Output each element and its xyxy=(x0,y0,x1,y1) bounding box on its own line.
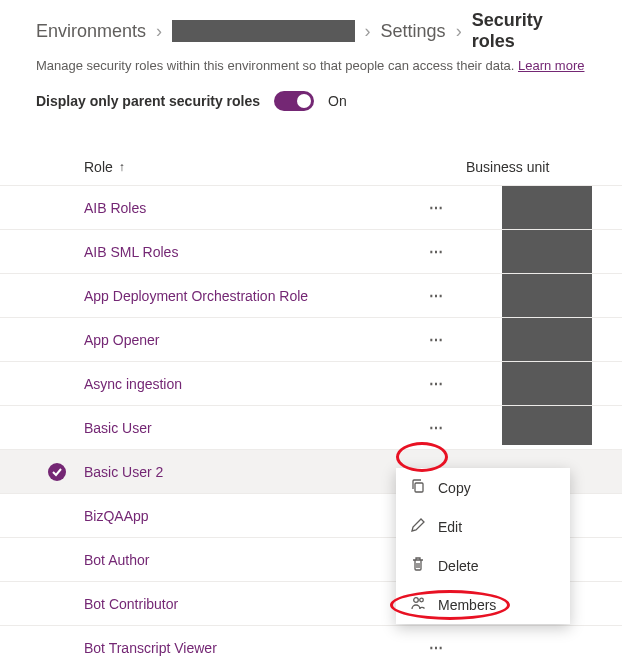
page-subhead: Manage security roles within this enviro… xyxy=(0,58,622,73)
role-name-link[interactable]: Async ingestion xyxy=(84,376,406,392)
menu-item-label: Copy xyxy=(438,480,471,496)
role-name-link[interactable]: BizQAApp xyxy=(84,508,406,524)
table-row[interactable]: Async ingestion⋯ xyxy=(0,361,622,405)
table-row[interactable]: Bot Transcript Viewer⋯ xyxy=(0,625,622,665)
svg-rect-0 xyxy=(415,483,423,492)
row-actions-button[interactable]: ⋯ xyxy=(406,244,466,260)
svg-point-1 xyxy=(414,598,419,603)
toggle-state: On xyxy=(328,93,347,109)
copy-menu-item[interactable]: Copy xyxy=(396,468,570,507)
col-header-business-unit[interactable]: Business unit xyxy=(466,159,586,175)
members-menu-item[interactable]: Members xyxy=(396,585,570,624)
table-row[interactable]: App Deployment Orchestration Role⋯ xyxy=(0,273,622,317)
role-name-link[interactable]: Basic User xyxy=(84,420,406,436)
table-body: AIB Roles⋯AIB SML Roles⋯App Deployment O… xyxy=(0,185,622,665)
delete-icon xyxy=(410,556,426,575)
row-actions-button[interactable]: ⋯ xyxy=(406,640,466,656)
parent-roles-toggle[interactable] xyxy=(274,91,314,111)
table-row[interactable]: Basic User 2⋯CopyEditDeleteMembers xyxy=(0,449,622,493)
edit-icon xyxy=(410,517,426,536)
breadcrumb-settings[interactable]: Settings xyxy=(381,21,446,42)
role-name-link[interactable]: Bot Transcript Viewer xyxy=(84,640,406,656)
svg-point-2 xyxy=(420,598,424,602)
role-name-link[interactable]: Bot Contributor xyxy=(84,596,406,612)
role-name-link[interactable]: Bot Author xyxy=(84,552,406,568)
breadcrumb-current: Security roles xyxy=(472,10,586,52)
breadcrumb: Environments › › Settings › Security rol… xyxy=(0,0,622,58)
table-header: Role ↑ Business unit xyxy=(0,131,622,185)
edit-menu-item[interactable]: Edit xyxy=(396,507,570,546)
sort-asc-icon: ↑ xyxy=(119,160,125,174)
breadcrumb-env-name-redacted[interactable] xyxy=(172,20,355,42)
row-actions-button[interactable]: ⋯ xyxy=(406,332,466,348)
subhead-text: Manage security roles within this enviro… xyxy=(36,58,514,73)
row-actions-button[interactable]: ⋯ xyxy=(406,420,466,436)
menu-item-label: Delete xyxy=(438,558,478,574)
table-row[interactable]: Basic User⋯ xyxy=(0,405,622,449)
context-menu: CopyEditDeleteMembers xyxy=(396,468,570,624)
role-name-link[interactable]: AIB Roles xyxy=(84,200,406,216)
role-name-link[interactable]: App Opener xyxy=(84,332,406,348)
delete-menu-item[interactable]: Delete xyxy=(396,546,570,585)
row-actions-button[interactable]: ⋯ xyxy=(406,200,466,216)
table-row[interactable]: AIB SML Roles⋯ xyxy=(0,229,622,273)
role-name-link[interactable]: App Deployment Orchestration Role xyxy=(84,288,406,304)
row-actions-button[interactable]: ⋯ xyxy=(406,288,466,304)
toggle-row: Display only parent security roles On xyxy=(0,73,622,131)
breadcrumb-environments[interactable]: Environments xyxy=(36,21,146,42)
role-name-link[interactable]: Basic User 2 xyxy=(84,464,406,480)
col-header-role[interactable]: Role ↑ xyxy=(84,159,466,175)
chevron-right-icon: › xyxy=(365,21,371,42)
row-actions-button[interactable]: ⋯ xyxy=(406,376,466,392)
toggle-label: Display only parent security roles xyxy=(36,93,260,109)
table-row[interactable]: AIB Roles⋯ xyxy=(0,185,622,229)
col-role-label: Role xyxy=(84,159,113,175)
menu-item-label: Members xyxy=(438,597,496,613)
chevron-right-icon: › xyxy=(456,21,462,42)
role-name-link[interactable]: AIB SML Roles xyxy=(84,244,406,260)
members-icon xyxy=(410,595,426,614)
table-row[interactable]: App Opener⋯ xyxy=(0,317,622,361)
learn-more-link[interactable]: Learn more xyxy=(518,58,584,73)
row-selected-check-icon[interactable] xyxy=(48,463,66,481)
copy-icon xyxy=(410,478,426,497)
chevron-right-icon: › xyxy=(156,21,162,42)
menu-item-label: Edit xyxy=(438,519,462,535)
